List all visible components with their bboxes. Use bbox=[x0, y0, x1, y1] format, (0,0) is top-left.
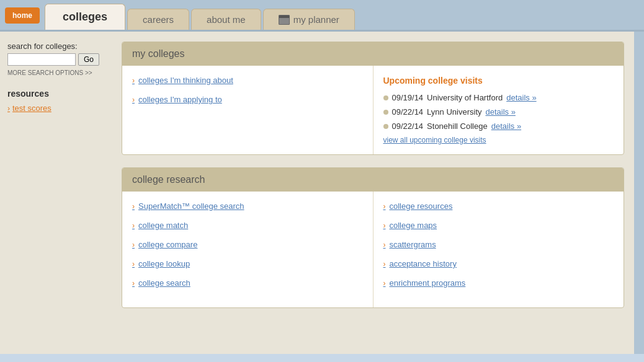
right-scrollbar[interactable] bbox=[634, 32, 644, 354]
chevron-icon: › bbox=[383, 241, 386, 249]
more-search-options[interactable]: MORE SEARCH OPTIONS >> bbox=[7, 69, 104, 76]
main-container: search for colleges: Go MORE SEARCH OPTI… bbox=[0, 32, 644, 354]
my-colleges-left-col: › colleges I'm thinking about › colleges… bbox=[122, 66, 373, 154]
sidebar: search for colleges: Go MORE SEARCH OPTI… bbox=[0, 32, 112, 354]
college-search-label: college search bbox=[138, 278, 190, 288]
research-left-col: › SuperMatch™ college search › college m… bbox=[122, 192, 373, 307]
college-search-link[interactable]: › college search bbox=[132, 278, 363, 288]
chevron-icon: › bbox=[132, 279, 135, 288]
test-scores-label: test scores bbox=[12, 104, 51, 113]
college-research-header: college research bbox=[122, 168, 624, 192]
college-resources-link[interactable]: › college resources bbox=[383, 201, 614, 211]
chevron-icon: › bbox=[383, 202, 386, 211]
college-maps-link[interactable]: › college maps bbox=[383, 221, 614, 230]
supermatch-link[interactable]: › SuperMatch™ college search bbox=[132, 201, 363, 211]
visit-dot-icon bbox=[383, 110, 388, 115]
visit-dot-icon bbox=[383, 124, 388, 129]
enrichment-programs-link[interactable]: › enrichment programs bbox=[383, 278, 614, 288]
college-compare-label: college compare bbox=[138, 240, 197, 249]
chevron-icon: › bbox=[7, 104, 10, 113]
thinking-about-label: colleges I'm thinking about bbox=[138, 76, 233, 85]
research-right-col: › college resources › college maps › sca… bbox=[373, 192, 624, 307]
view-all-visits-link[interactable]: view all upcoming college visits bbox=[383, 136, 614, 144]
college-maps-label: college maps bbox=[390, 221, 437, 230]
visit-dot-icon bbox=[383, 95, 388, 100]
chevron-icon: › bbox=[132, 241, 135, 249]
content-area: my colleges › colleges I'm thinking abou… bbox=[112, 32, 634, 354]
chevron-icon: › bbox=[132, 76, 135, 85]
tab-careers[interactable]: careers bbox=[127, 9, 189, 30]
college-match-label: college match bbox=[138, 221, 188, 230]
scattergrams-link[interactable]: › scattergrams bbox=[383, 240, 614, 249]
chevron-icon: › bbox=[132, 221, 135, 230]
visit-date-2: 09/22/14 bbox=[392, 107, 424, 117]
college-lookup-label: college lookup bbox=[138, 259, 190, 268]
go-button[interactable]: Go bbox=[78, 53, 99, 66]
thinking-about-link[interactable]: › colleges I'm thinking about bbox=[132, 76, 363, 85]
tab-colleges[interactable]: colleges bbox=[45, 4, 125, 30]
college-match-link[interactable]: › college match bbox=[132, 221, 363, 230]
tab-my-planner[interactable]: my planner bbox=[263, 9, 355, 30]
visit-details-link-2[interactable]: details » bbox=[486, 107, 516, 117]
home-button[interactable]: home bbox=[5, 7, 40, 24]
sidebar-link-test-scores[interactable]: › test scores bbox=[7, 104, 104, 113]
visit-item: 09/22/14 Stonehill College details » bbox=[383, 121, 614, 131]
enrichment-programs-label: enrichment programs bbox=[390, 278, 466, 288]
college-lookup-link[interactable]: › college lookup bbox=[132, 259, 363, 268]
upcoming-visits-title: Upcoming college visits bbox=[383, 76, 614, 86]
chevron-icon: › bbox=[132, 202, 135, 211]
visit-college-2: Lynn University bbox=[427, 107, 481, 117]
my-colleges-body: › colleges I'm thinking about › colleges… bbox=[122, 66, 624, 154]
my-colleges-header: my colleges bbox=[122, 42, 624, 66]
visit-college-3: Stonehill College bbox=[427, 121, 488, 131]
chevron-icon: › bbox=[383, 221, 386, 230]
visit-item: 09/19/14 University of Hartford details … bbox=[383, 93, 614, 102]
tab-about-me[interactable]: about me bbox=[191, 9, 261, 30]
resources-title: resources bbox=[7, 89, 104, 99]
visit-item: 09/22/14 Lynn University details » bbox=[383, 107, 614, 117]
my-colleges-section: my colleges › colleges I'm thinking abou… bbox=[122, 42, 624, 155]
scattergrams-label: scattergrams bbox=[390, 240, 436, 249]
planner-icon bbox=[279, 15, 290, 25]
chevron-icon: › bbox=[383, 279, 386, 288]
search-row: Go bbox=[7, 53, 104, 66]
supermatch-label: SuperMatch™ college search bbox=[138, 201, 244, 211]
tab-planner-label: my planner bbox=[293, 14, 339, 25]
acceptance-history-label: acceptance history bbox=[390, 259, 457, 268]
search-label: search for colleges: bbox=[7, 42, 104, 51]
chevron-icon: › bbox=[132, 95, 135, 104]
visit-college-1: University of Hartford bbox=[427, 93, 503, 102]
college-compare-link[interactable]: › college compare bbox=[132, 240, 363, 249]
college-research-section: college research › SuperMatch™ college s… bbox=[122, 167, 624, 308]
chevron-icon: › bbox=[132, 260, 135, 268]
acceptance-history-link[interactable]: › acceptance history bbox=[383, 259, 614, 268]
college-research-body: › SuperMatch™ college search › college m… bbox=[122, 192, 624, 307]
visit-details-link-1[interactable]: details » bbox=[506, 93, 536, 102]
chevron-icon: › bbox=[383, 260, 386, 268]
applying-to-label: colleges I'm applying to bbox=[138, 95, 222, 104]
my-colleges-right-col: Upcoming college visits 09/19/14 Univers… bbox=[373, 66, 624, 154]
search-input[interactable] bbox=[7, 53, 76, 66]
visit-details-link-3[interactable]: details » bbox=[491, 121, 521, 131]
top-nav: home colleges careers about me my planne… bbox=[0, 0, 644, 32]
college-resources-label: college resources bbox=[390, 201, 453, 211]
visit-date-3: 09/22/14 bbox=[392, 121, 424, 131]
applying-to-link[interactable]: › colleges I'm applying to bbox=[132, 95, 363, 104]
visit-date-1: 09/19/14 bbox=[392, 93, 424, 102]
